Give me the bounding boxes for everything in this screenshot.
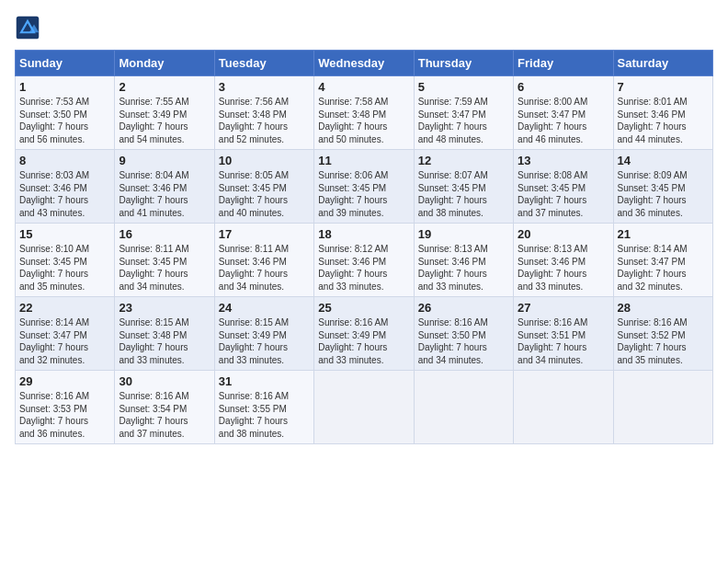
calendar-cell: 2Sunrise: 7:55 AMSunset: 3:49 PMDaylight… [115,76,214,150]
calendar-cell: 28Sunrise: 8:16 AMSunset: 3:52 PMDayligh… [613,297,712,371]
calendar-cell: 14Sunrise: 8:09 AMSunset: 3:45 PMDayligh… [613,150,712,224]
cell-info: Sunrise: 8:10 AMSunset: 3:45 PMDaylight:… [19,243,110,293]
calendar-table: SundayMondayTuesdayWednesdayThursdayFrid… [15,50,713,444]
calendar-cell: 4Sunrise: 7:58 AMSunset: 3:48 PMDaylight… [314,76,414,150]
calendar-cell: 31Sunrise: 8:16 AMSunset: 3:55 PMDayligh… [214,371,313,444]
day-number: 10 [219,154,310,167]
cell-info: Sunrise: 8:06 AMSunset: 3:45 PMDaylight:… [318,169,409,219]
calendar-cell: 1Sunrise: 7:53 AMSunset: 3:50 PMDaylight… [16,76,115,150]
calendar-cell: 10Sunrise: 8:05 AMSunset: 3:45 PMDayligh… [214,150,313,224]
col-header-tuesday: Tuesday [214,51,313,76]
calendar-cell: 16Sunrise: 8:11 AMSunset: 3:45 PMDayligh… [115,224,214,297]
col-header-friday: Friday [514,51,613,76]
calendar-cell: 11Sunrise: 8:06 AMSunset: 3:45 PMDayligh… [314,150,414,224]
calendar-cell: 7Sunrise: 8:01 AMSunset: 3:46 PMDaylight… [613,76,712,150]
calendar-cell [414,371,513,444]
cell-info: Sunrise: 8:13 AMSunset: 3:46 PMDaylight:… [518,243,609,293]
cell-info: Sunrise: 8:11 AMSunset: 3:46 PMDaylight:… [219,243,310,293]
cell-info: Sunrise: 8:01 AMSunset: 3:46 PMDaylight:… [618,96,709,145]
logo [15,15,44,40]
day-number: 28 [618,301,709,315]
calendar-cell [613,371,712,444]
day-number: 29 [19,374,110,388]
calendar-cell: 22Sunrise: 8:14 AMSunset: 3:47 PMDayligh… [16,297,115,371]
calendar-cell: 8Sunrise: 8:03 AMSunset: 3:46 PMDaylight… [16,150,115,224]
cell-info: Sunrise: 8:16 AMSunset: 3:49 PMDaylight:… [318,316,409,366]
cell-info: Sunrise: 8:16 AMSunset: 3:53 PMDaylight:… [19,390,110,440]
day-number: 8 [19,154,110,167]
calendar-cell: 24Sunrise: 8:15 AMSunset: 3:49 PMDayligh… [214,297,313,371]
day-number: 9 [119,154,210,167]
day-number: 4 [318,80,409,94]
day-number: 5 [418,80,509,94]
cell-info: Sunrise: 7:59 AMSunset: 3:47 PMDaylight:… [418,96,509,145]
day-number: 15 [19,227,110,241]
col-header-sunday: Sunday [16,51,115,76]
day-number: 11 [318,154,409,167]
day-number: 17 [219,227,310,241]
cell-info: Sunrise: 8:16 AMSunset: 3:50 PMDaylight:… [418,316,509,366]
calendar-cell: 18Sunrise: 8:12 AMSunset: 3:46 PMDayligh… [314,224,414,297]
calendar-cell: 27Sunrise: 8:16 AMSunset: 3:51 PMDayligh… [514,297,613,371]
cell-info: Sunrise: 7:55 AMSunset: 3:49 PMDaylight:… [119,96,210,145]
calendar-cell: 23Sunrise: 8:15 AMSunset: 3:48 PMDayligh… [115,297,214,371]
calendar-cell: 13Sunrise: 8:08 AMSunset: 3:45 PMDayligh… [514,150,613,224]
col-header-thursday: Thursday [414,51,513,76]
day-number: 26 [418,301,509,315]
day-number: 27 [518,301,609,315]
day-number: 31 [219,374,310,388]
calendar-cell: 19Sunrise: 8:13 AMSunset: 3:46 PMDayligh… [414,224,513,297]
cell-info: Sunrise: 8:03 AMSunset: 3:46 PMDaylight:… [19,169,110,219]
cell-info: Sunrise: 8:13 AMSunset: 3:46 PMDaylight:… [418,243,509,293]
day-number: 7 [618,80,709,94]
calendar-cell: 3Sunrise: 7:56 AMSunset: 3:48 PMDaylight… [214,76,313,150]
col-header-monday: Monday [115,51,214,76]
calendar-cell: 20Sunrise: 8:13 AMSunset: 3:46 PMDayligh… [514,224,613,297]
cell-info: Sunrise: 8:16 AMSunset: 3:54 PMDaylight:… [119,390,210,440]
day-number: 23 [119,301,210,315]
calendar-cell: 5Sunrise: 7:59 AMSunset: 3:47 PMDaylight… [414,76,513,150]
cell-info: Sunrise: 8:08 AMSunset: 3:45 PMDaylight:… [518,169,609,219]
day-number: 13 [518,154,609,167]
cell-info: Sunrise: 8:04 AMSunset: 3:46 PMDaylight:… [119,169,210,219]
day-number: 16 [119,227,210,241]
day-number: 21 [618,227,709,241]
cell-info: Sunrise: 8:16 AMSunset: 3:55 PMDaylight:… [219,390,310,440]
day-number: 18 [318,227,409,241]
day-number: 3 [219,80,310,94]
cell-info: Sunrise: 8:05 AMSunset: 3:45 PMDaylight:… [219,169,310,219]
calendar-cell: 26Sunrise: 8:16 AMSunset: 3:50 PMDayligh… [414,297,513,371]
cell-info: Sunrise: 8:11 AMSunset: 3:45 PMDaylight:… [119,243,210,293]
cell-info: Sunrise: 8:07 AMSunset: 3:45 PMDaylight:… [418,169,509,219]
calendar-cell: 15Sunrise: 8:10 AMSunset: 3:45 PMDayligh… [16,224,115,297]
logo-icon [15,15,40,40]
day-number: 2 [119,80,210,94]
day-number: 12 [418,154,509,167]
calendar-cell: 12Sunrise: 8:07 AMSunset: 3:45 PMDayligh… [414,150,513,224]
cell-info: Sunrise: 8:12 AMSunset: 3:46 PMDaylight:… [318,243,409,293]
cell-info: Sunrise: 8:16 AMSunset: 3:51 PMDaylight:… [518,316,609,366]
cell-info: Sunrise: 7:53 AMSunset: 3:50 PMDaylight:… [19,96,110,145]
cell-info: Sunrise: 8:15 AMSunset: 3:48 PMDaylight:… [119,316,210,366]
day-number: 30 [119,374,210,388]
day-number: 20 [518,227,609,241]
day-number: 1 [19,80,110,94]
calendar-cell [514,371,613,444]
calendar-cell: 29Sunrise: 8:16 AMSunset: 3:53 PMDayligh… [16,371,115,444]
calendar-cell: 21Sunrise: 8:14 AMSunset: 3:47 PMDayligh… [613,224,712,297]
cell-info: Sunrise: 7:58 AMSunset: 3:48 PMDaylight:… [318,96,409,145]
day-number: 25 [318,301,409,315]
calendar-cell: 17Sunrise: 8:11 AMSunset: 3:46 PMDayligh… [214,224,313,297]
calendar-cell: 25Sunrise: 8:16 AMSunset: 3:49 PMDayligh… [314,297,414,371]
cell-info: Sunrise: 8:00 AMSunset: 3:47 PMDaylight:… [518,96,609,145]
cell-info: Sunrise: 8:16 AMSunset: 3:52 PMDaylight:… [618,316,709,366]
day-number: 14 [618,154,709,167]
col-header-saturday: Saturday [613,51,712,76]
calendar-cell: 30Sunrise: 8:16 AMSunset: 3:54 PMDayligh… [115,371,214,444]
day-number: 24 [219,301,310,315]
cell-info: Sunrise: 8:14 AMSunset: 3:47 PMDaylight:… [618,243,709,293]
day-number: 22 [19,301,110,315]
day-number: 19 [418,227,509,241]
calendar-cell: 6Sunrise: 8:00 AMSunset: 3:47 PMDaylight… [514,76,613,150]
cell-info: Sunrise: 8:09 AMSunset: 3:45 PMDaylight:… [618,169,709,219]
